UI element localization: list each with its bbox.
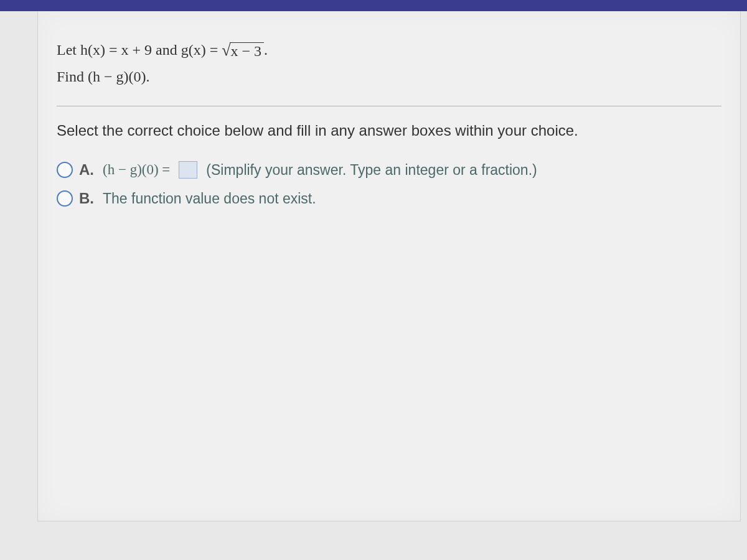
instruction-text: Select the correct choice below and fill… bbox=[57, 122, 721, 139]
choice-a-label: A. bbox=[79, 161, 96, 179]
problem-statement: Let h(x) = x + 9 and g(x) = √ x − 3 . Fi… bbox=[57, 36, 721, 106]
choice-b-label: B. bbox=[79, 190, 96, 207]
choice-a-row: A. (h − g)(0) = (Simplify your answer. T… bbox=[57, 161, 721, 179]
radio-choice-b[interactable] bbox=[57, 190, 73, 207]
radio-choice-a[interactable] bbox=[57, 162, 73, 178]
problem-text-prefix: Let h(x) = x + 9 and g(x) = bbox=[57, 42, 222, 58]
radicand-text: x − 3 bbox=[230, 42, 265, 59]
top-accent-bar bbox=[0, 0, 747, 11]
problem-line-1: Let h(x) = x + 9 and g(x) = √ x − 3 . bbox=[57, 36, 721, 63]
choice-b-row: B. The function value does not exist. bbox=[57, 190, 721, 207]
answer-input-box[interactable] bbox=[179, 161, 197, 179]
problem-line-2: Find (h − g)(0). bbox=[57, 63, 721, 90]
choice-a-hint: (Simplify your answer. Type an integer o… bbox=[206, 162, 537, 179]
answer-choices: A. (h − g)(0) = (Simplify your answer. T… bbox=[57, 161, 721, 207]
problem-text-suffix: . bbox=[264, 42, 268, 58]
question-panel: Let h(x) = x + 9 and g(x) = √ x − 3 . Fi… bbox=[37, 11, 741, 521]
sqrt-expression: √ x − 3 bbox=[222, 42, 264, 59]
choice-a-expression: (h − g)(0) = bbox=[103, 162, 170, 178]
choice-b-text: The function value does not exist. bbox=[103, 190, 316, 207]
